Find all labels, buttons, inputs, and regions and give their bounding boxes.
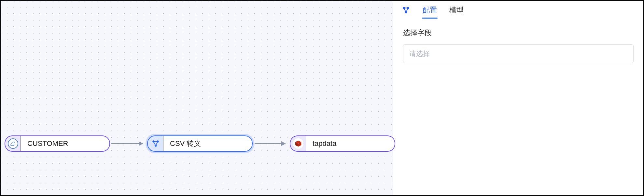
svg-line-5: [156, 142, 158, 146]
field-select-label: 选择字段: [403, 28, 634, 38]
field-select-dropdown[interactable]: 请选择: [403, 44, 634, 63]
redis-icon: [290, 135, 306, 152]
redis-cube-icon: [294, 139, 303, 148]
edge-transform-to-target[interactable]: [255, 143, 285, 144]
svg-line-4: [153, 142, 156, 146]
svg-line-10: [404, 8, 406, 12]
node-target-tapdata[interactable]: tapdata: [290, 135, 395, 152]
svg-line-11: [406, 8, 408, 12]
node-type-icon: [401, 5, 411, 15]
edge-source-to-transform[interactable]: [111, 143, 143, 144]
config-panel: 选择字段 请选择: [393, 20, 643, 72]
transform-icon: [147, 135, 163, 152]
node-source-label: CUSTOMER: [21, 135, 110, 152]
config-sidebar: 配置 模型 选择字段 请选择: [393, 1, 643, 195]
dolphin-icon: [10, 140, 16, 147]
node-target-label: tapdata: [306, 135, 395, 152]
node-transform-csv[interactable]: CSV 转义: [147, 135, 253, 152]
flow-canvas[interactable]: CUSTOMER CSV 转义 tapdata: [1, 1, 393, 195]
nodes-connect-icon: [151, 139, 160, 148]
tab-model[interactable]: 模型: [449, 1, 464, 20]
node-source-customer[interactable]: CUSTOMER: [5, 135, 110, 152]
node-transform-label: CSV 转义: [163, 135, 253, 152]
tabs-bar: 配置 模型: [393, 1, 643, 20]
mysql-icon: [5, 135, 21, 152]
tab-config[interactable]: 配置: [422, 1, 438, 20]
